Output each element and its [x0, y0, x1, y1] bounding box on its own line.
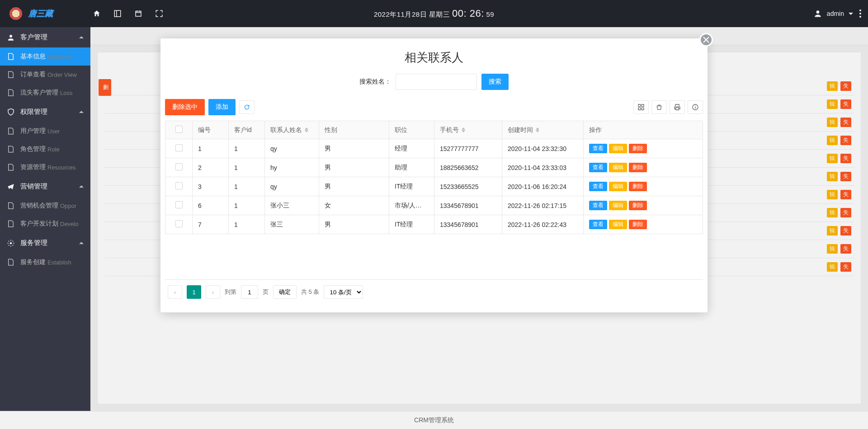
sort-icon — [462, 127, 465, 132]
info-button[interactable] — [688, 100, 703, 114]
edit-button[interactable]: 编辑 — [609, 144, 627, 153]
prev-page-button[interactable]: ‹ — [168, 285, 182, 299]
view-button[interactable]: 查看 — [589, 220, 607, 229]
sort-icon — [305, 127, 308, 132]
modal-title: 相关联系人 — [160, 38, 708, 74]
table-row: 21hy男助理188256636522020-11-04 23:33:03查看编… — [165, 158, 703, 177]
search-input[interactable] — [396, 74, 477, 90]
search-button[interactable]: 搜索 — [481, 74, 509, 90]
col-创建时间[interactable]: 创建时间 — [502, 121, 584, 139]
contacts-modal: 相关联系人 搜索姓名： 搜索 删除选中 添加 编号客户id联系人姓名性别职位手机… — [160, 38, 708, 312]
next-page-button[interactable]: › — [206, 285, 220, 299]
table-row: 61张小三女市场/人…133456789012022-11-26 02:17:1… — [165, 196, 703, 215]
select-all-checkbox[interactable] — [175, 126, 183, 133]
row-checkbox[interactable] — [175, 163, 183, 170]
export-icon — [656, 104, 663, 111]
table-row: 11qy男经理152777777772020-11-04 23:32:30查看编… — [165, 139, 703, 158]
contacts-table: 编号客户id联系人姓名性别职位手机号创建时间操作 11qy男经理15277777… — [165, 121, 703, 234]
col-手机号[interactable]: 手机号 — [434, 121, 502, 139]
view-button[interactable]: 查看 — [589, 163, 607, 172]
export-button[interactable] — [651, 100, 667, 114]
col-客户id: 客户id — [229, 121, 265, 139]
col-联系人姓名[interactable]: 联系人姓名 — [265, 121, 319, 139]
info-icon — [692, 104, 699, 111]
edit-button[interactable]: 编辑 — [609, 182, 627, 191]
table-toolbar: 删除选中 添加 — [160, 99, 708, 121]
total-label: 共 5 条 — [301, 288, 319, 296]
col-性别: 性别 — [319, 121, 389, 139]
page-size-select[interactable]: 10 条/页 — [324, 285, 363, 299]
page-confirm-button[interactable]: 确定 — [273, 285, 297, 299]
delete-button[interactable]: 删除 — [629, 144, 647, 153]
view-button[interactable]: 查看 — [589, 144, 607, 153]
delete-button[interactable]: 删除 — [629, 163, 647, 172]
search-row: 搜索姓名： 搜索 — [160, 74, 708, 90]
to-page-label: 到第 — [225, 288, 236, 296]
print-button[interactable] — [670, 100, 685, 114]
col-编号: 编号 — [193, 121, 229, 139]
columns-button[interactable] — [633, 100, 649, 114]
table-row: 31qy男IT经理152336655252020-11-06 16:20:24查… — [165, 177, 703, 196]
col-操作: 操作 — [584, 121, 703, 139]
print-icon — [674, 104, 681, 111]
delete-button[interactable]: 删除 — [629, 220, 647, 229]
modal-close-button[interactable] — [699, 33, 713, 47]
row-checkbox[interactable] — [175, 201, 183, 208]
refresh-icon — [243, 104, 250, 111]
page-1-button[interactable]: 1 — [187, 285, 201, 299]
col-职位: 职位 — [389, 121, 434, 139]
sort-icon — [536, 127, 539, 132]
delete-button[interactable]: 删除 — [629, 182, 647, 191]
page-unit-label: 页 — [263, 288, 269, 296]
delete-button[interactable]: 删除 — [629, 201, 647, 210]
columns-icon — [637, 104, 645, 111]
pagination: ‹ 1 › 到第 页 确定 共 5 条 10 条/页 — [165, 279, 703, 304]
row-checkbox[interactable] — [175, 220, 183, 227]
add-button[interactable]: 添加 — [208, 99, 236, 115]
row-checkbox[interactable] — [175, 144, 183, 151]
edit-button[interactable]: 编辑 — [609, 201, 627, 210]
delete-selected-button[interactable]: 删除选中 — [165, 99, 205, 115]
edit-button[interactable]: 编辑 — [609, 220, 627, 229]
edit-button[interactable]: 编辑 — [609, 163, 627, 172]
refresh-button[interactable] — [239, 100, 255, 114]
view-button[interactable]: 查看 — [589, 182, 607, 191]
page-input[interactable] — [241, 285, 258, 299]
table-row: 71张三男IT经理133456789012022-11-26 02:22:43查… — [165, 215, 703, 234]
close-icon — [703, 37, 709, 43]
search-label: 搜索姓名： — [359, 78, 391, 86]
view-button[interactable]: 查看 — [589, 201, 607, 210]
row-checkbox[interactable] — [175, 182, 183, 189]
